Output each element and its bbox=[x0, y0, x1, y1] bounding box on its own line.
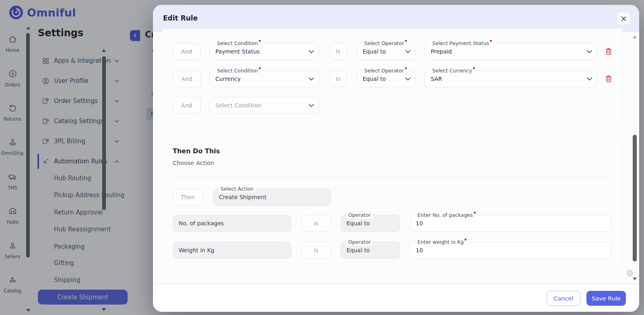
field-label: Operator bbox=[346, 212, 373, 218]
weight-input-wrap: Enter weight in Kg bbox=[410, 242, 611, 259]
save-rule-button[interactable]: Save Rule bbox=[586, 291, 626, 306]
section-heading: Then Do This bbox=[173, 147, 220, 155]
is-chip: Is bbox=[301, 242, 331, 259]
select-value: Equal to bbox=[363, 48, 386, 55]
field-label: Select Currency bbox=[430, 67, 477, 74]
then-do-this-card: Then Do This Choose Action Then Select A… bbox=[162, 138, 623, 269]
select-value: SAR bbox=[431, 76, 442, 82]
packages-input-wrap: Enter No. of packages bbox=[410, 215, 611, 232]
field-label: Select Condition bbox=[215, 40, 263, 47]
field-label: Enter weight in Kg bbox=[415, 239, 469, 245]
chevron-down-icon bbox=[405, 50, 411, 54]
cancel-button[interactable]: Cancel bbox=[547, 291, 580, 306]
action-param-row: No. of packages Is Operator Equal to Ent… bbox=[173, 215, 611, 232]
connector-chip[interactable]: And bbox=[173, 97, 201, 114]
scrollbar-thumb[interactable] bbox=[633, 135, 637, 261]
field-label: Select Operator bbox=[362, 40, 409, 47]
select-value: Equal to bbox=[363, 76, 386, 82]
select-value: Equal to bbox=[347, 220, 370, 226]
condition-row: And Select Condition Payment Status Is S… bbox=[173, 43, 613, 60]
condition-row: And Select Condition Currency Is Select … bbox=[173, 70, 613, 87]
is-chip: Is bbox=[330, 70, 347, 87]
section-subheading: Choose Action bbox=[173, 160, 215, 166]
close-icon[interactable] bbox=[617, 12, 630, 25]
operator-select[interactable]: Select Operator Equal to bbox=[357, 43, 416, 60]
field-label: Select Payment Status bbox=[430, 40, 494, 47]
field-label: Select Action bbox=[219, 185, 256, 192]
field-label: Enter No. of packages bbox=[415, 212, 478, 218]
select-value: Equal to bbox=[347, 247, 370, 253]
chevron-down-icon bbox=[309, 50, 314, 54]
chevron-down-icon bbox=[587, 50, 592, 54]
connector-chip[interactable]: And bbox=[173, 70, 201, 87]
chevron-down-icon bbox=[587, 78, 592, 81]
weight-input[interactable] bbox=[416, 247, 605, 253]
condition-select[interactable]: Select Condition Currency bbox=[209, 70, 319, 87]
param-field: Weight in Kg bbox=[173, 242, 291, 259]
condition-row: And Select Condition bbox=[173, 97, 613, 114]
select-value: Currency bbox=[215, 76, 241, 82]
field-label: Select Condition bbox=[215, 67, 263, 74]
action-row: Then Select Action Create Shipment bbox=[173, 189, 611, 206]
operator-field: Operator Equal to bbox=[341, 215, 400, 232]
conditions-card: And Select Condition Payment Status Is S… bbox=[162, 29, 623, 125]
action-param-row: Weight in Kg Is Operator Equal to Enter … bbox=[173, 242, 611, 259]
select-placeholder: Select Condition bbox=[215, 102, 261, 109]
value-select[interactable]: Select Payment Status Prepaid bbox=[425, 43, 597, 60]
scroll-down-arrow-icon[interactable] bbox=[633, 278, 637, 280]
chevron-down-icon bbox=[309, 104, 314, 107]
condition-select[interactable]: Select Condition Payment Status bbox=[209, 43, 319, 60]
field-label: Select Operator bbox=[362, 67, 409, 74]
edit-rule-modal: Edit Rule And Select Condition Payment S… bbox=[153, 5, 639, 312]
is-chip: Is bbox=[301, 215, 331, 232]
delete-condition-button[interactable] bbox=[604, 47, 613, 56]
param-field: No. of packages bbox=[173, 215, 291, 232]
select-value: Create Shipment bbox=[219, 194, 266, 200]
divider bbox=[173, 177, 612, 178]
modal-scrollbar[interactable] bbox=[632, 35, 637, 280]
action-select: Select Action Create Shipment bbox=[213, 189, 331, 206]
then-chip: Then bbox=[173, 189, 203, 206]
value-select[interactable]: Select Currency SAR bbox=[425, 70, 597, 87]
operator-select[interactable]: Select Operator Equal to bbox=[357, 70, 416, 87]
modal-header: Edit Rule bbox=[153, 5, 639, 32]
modal-footer: Cancel Save Rule bbox=[153, 284, 639, 312]
is-chip: Is bbox=[330, 43, 347, 60]
chevron-down-icon bbox=[405, 78, 411, 81]
select-value: Payment Status bbox=[215, 48, 260, 55]
scroll-up-arrow-icon[interactable] bbox=[633, 35, 637, 38]
operator-field: Operator Equal to bbox=[341, 242, 400, 259]
select-value: Prepaid bbox=[431, 48, 452, 55]
delete-condition-button[interactable] bbox=[604, 74, 613, 83]
packages-input[interactable] bbox=[416, 220, 605, 226]
chevron-down-icon bbox=[309, 78, 314, 81]
condition-select-empty[interactable]: Select Condition bbox=[209, 97, 319, 114]
connector-chip[interactable]: And bbox=[173, 43, 201, 60]
modal-title: Edit Rule bbox=[163, 14, 198, 22]
field-label: Operator bbox=[346, 239, 373, 245]
